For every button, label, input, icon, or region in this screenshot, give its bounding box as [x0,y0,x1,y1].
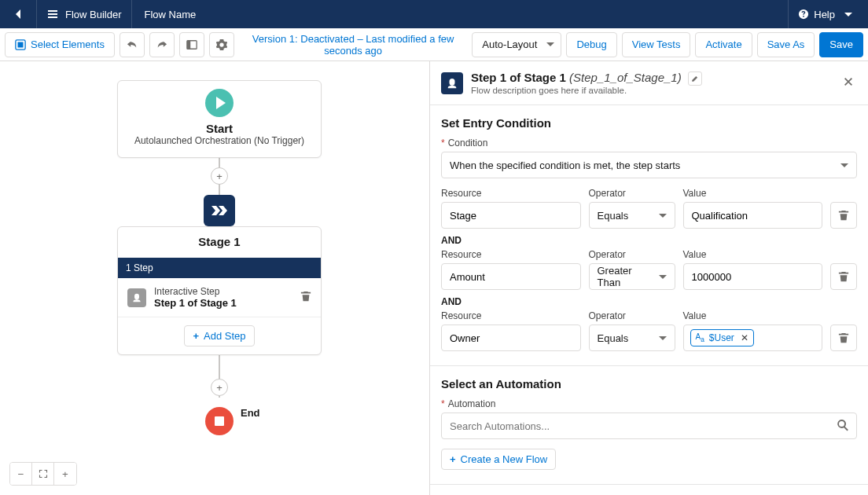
panel-api-name: (Step_1_of_Stage_1) [569,71,682,84]
create-new-flow-button[interactable]: + Create a New Flow [441,449,556,470]
flow-status-text: Version 1: Deactivated – Last modified a… [239,33,467,57]
operator-label: Operator [589,188,675,199]
add-element-button[interactable]: + [211,379,228,396]
step-name-label: Step 1 of Stage 1 [154,297,237,309]
flow-builder-brand: Flow Builder [40,8,128,20]
condition-dropdown[interactable]: When the specified condition is met, the… [441,152,857,178]
chevron-down-icon [546,42,554,46]
settings-button[interactable] [209,32,234,57]
property-panel: Step 1 of Stage 1 (Step_1_of_Stage_1) Fl… [429,61,868,495]
end-label: End [241,407,260,419]
search-icon [837,419,849,434]
resource-label: Resource [441,188,581,199]
view-tests-button[interactable]: View Tests [622,32,691,57]
resource-input[interactable] [441,263,581,290]
select-elements-label: Select Elements [31,38,105,50]
resource-label: Resource [441,249,581,260]
delete-condition-button[interactable] [830,263,857,290]
edit-title-button[interactable] [688,72,702,86]
plus-icon: + [193,330,199,342]
value-input[interactable] [683,202,823,229]
start-subtitle: Autolaunched Orchestration (No Trigger) [127,135,311,146]
select-elements-button[interactable]: Select Elements [5,32,115,57]
panel-description: Flow description goes here if available. [471,86,832,95]
stage-step-count: 1 Step [118,258,321,278]
close-panel-button[interactable] [840,73,857,93]
svg-rect-1 [18,42,24,47]
value-input[interactable] [683,263,823,290]
start-title: Start [127,122,311,135]
entry-condition-heading: Set Entry Condition [441,116,857,130]
save-as-button[interactable]: Save As [757,32,815,57]
zoom-out-button[interactable]: − [10,463,32,485]
help-label: Help [814,9,835,20]
back-button[interactable] [9,0,28,28]
flow-name-tab[interactable]: Flow Name [135,9,206,20]
add-step-label: Add Step [204,330,246,342]
condition-label: Condition [441,138,857,148]
operator-dropdown[interactable]: Equals [589,202,675,229]
chevron-down-icon [659,214,667,218]
stage-icon [204,195,235,226]
select-automation-heading: Select an Automation [441,377,857,390]
chevron-down-icon [659,336,667,340]
remove-pill-button[interactable]: ✕ [741,332,748,343]
automation-label: Automation [441,398,857,409]
resource-input[interactable] [441,324,581,351]
create-flow-label: Create a New Flow [461,453,548,465]
operator-label: Operator [589,310,675,321]
resource-input[interactable] [441,202,581,229]
svg-rect-3 [187,40,190,49]
layout-label: Auto-Layout [482,38,537,50]
add-element-button[interactable]: + [211,167,228,185]
operator-dropdown[interactable]: Equals [589,324,675,351]
redo-button[interactable] [149,32,175,57]
chevron-down-icon [844,13,852,16]
end-node[interactable] [205,407,234,435]
flow-canvas[interactable]: Start Autolaunched Orchestration (No Tri… [0,61,429,495]
step-row[interactable]: Interactive Step Step 1 of Stage 1 [118,278,321,317]
condition-value: When the specified condition is met, the… [450,160,680,171]
delete-step-button[interactable] [300,291,311,304]
zoom-fit-button[interactable] [32,463,54,485]
delete-condition-button[interactable] [830,202,857,229]
chevron-down-icon [840,163,848,167]
toggle-panel-button[interactable] [179,32,204,57]
debug-button[interactable]: Debug [566,32,616,57]
automation-search-input[interactable] [441,412,857,439]
zoom-in-button[interactable]: + [54,463,76,485]
step-header-icon [441,72,463,94]
value-label: Value [683,249,823,260]
resource-label: Resource [441,310,581,321]
operator-dropdown[interactable]: Greater Than [589,263,675,290]
interactive-step-icon [127,288,146,307]
operator-label: Operator [589,249,675,260]
undo-button[interactable] [120,32,145,57]
value-label: Value [683,310,823,321]
panel-title: Step 1 of Stage 1 [471,71,566,84]
zoom-controls: − + [9,462,77,486]
logic-and-label: AND [441,235,857,246]
logic-and-label: AND [441,296,857,307]
layout-dropdown[interactable]: Auto-Layout [472,32,561,57]
help-menu[interactable]: Help [792,9,859,20]
delete-condition-button[interactable] [830,324,857,351]
save-button[interactable]: Save [819,32,863,57]
play-icon [205,89,234,117]
value-pill[interactable]: Aa $User ✕ [690,329,754,346]
stage-node[interactable]: Stage 1 1 Step Interactive Step Step 1 o… [117,226,322,355]
value-label: Value [683,188,823,199]
stage-title: Stage 1 [118,227,321,258]
plus-icon: + [450,453,456,465]
value-input[interactable]: Aa $User ✕ [683,324,823,351]
activate-button[interactable]: Activate [695,32,752,57]
step-type-label: Interactive Step [154,286,237,297]
chevron-down-icon [659,275,667,279]
brand-label: Flow Builder [65,9,122,20]
add-step-button[interactable]: + Add Step [184,325,254,346]
start-node[interactable]: Start Autolaunched Orchestration (No Tri… [117,80,322,158]
